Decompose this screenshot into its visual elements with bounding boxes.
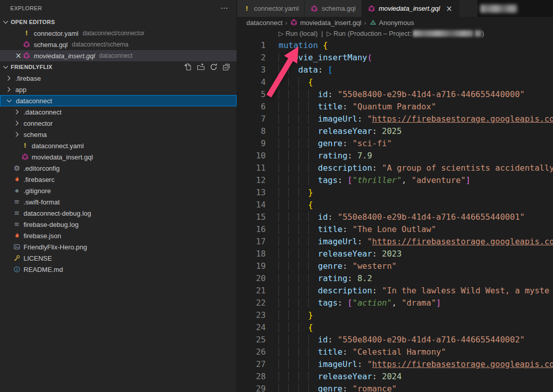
run-production-link[interactable]: ▷ Run (Production – Project:) <box>327 30 484 37</box>
breadcrumb-separator: › <box>364 19 366 27</box>
tree-item-label: .gitignore <box>24 187 51 195</box>
info-icon <box>13 265 21 273</box>
run-production-label: Run (Production – Project: <box>334 30 411 37</box>
open-editor-connector-yaml[interactable]: !connector.yamldataconnect/connector <box>0 28 237 39</box>
tree-item-dataconnect-debug-log[interactable]: ≡dataconnect-debug.log <box>0 207 237 219</box>
doc-icon: ≡ <box>13 198 21 206</box>
graphql-icon <box>310 5 318 13</box>
tree-item-label: firebase-debug.log <box>24 221 79 228</box>
tab-schema-gql[interactable]: schema.gql <box>305 0 361 17</box>
code-line-content: tags: ["action", "drama"] <box>266 297 441 309</box>
open-editor-schema-gql[interactable]: schema.gqldataconnect/schema <box>0 39 237 50</box>
tree-item-dataconnect-yaml[interactable]: !dataconnect.yaml <box>0 140 237 151</box>
tree-item-firebase-debug-log[interactable]: ≡firebase-debug.log <box>0 219 237 230</box>
code-line-content: imageUrl: "https://firebasestorage.googl… <box>266 236 553 248</box>
project-section-header[interactable]: FRIENDLYFLIX <box>0 61 237 73</box>
code-line: 10 rating: 7.9 <box>237 150 553 162</box>
tree-item-gitignore[interactable]: ◆.gitignore <box>0 185 237 196</box>
code-line: 15 id: "550e8400-e29b-41d4-a716-44665544… <box>237 211 553 223</box>
tree-item-firebase[interactable]: .firebase <box>0 73 237 84</box>
breadcrumb-item-dataconnect[interactable]: dataconnect <box>246 19 283 27</box>
line-number: 23 <box>237 309 266 321</box>
code-line: 26 title: "Celestial Harmony" <box>237 346 553 358</box>
ellipsis-icon[interactable]: ⋯ <box>220 4 228 12</box>
tree-item-editorconfig[interactable]: ⚙.editorconfig <box>0 163 237 174</box>
line-number: 7 <box>237 113 266 125</box>
symbol-anonymous-icon <box>369 18 377 27</box>
refresh-icon[interactable] <box>210 63 218 71</box>
tree-item-label: dataconnect.yaml <box>32 142 84 150</box>
code-line: 25 id: "550e8400-e29b-41d4-a716-44665544… <box>237 334 553 346</box>
codelens-bar: ▷ Run (local)|▷ Run (Production – Projec… <box>237 28 553 39</box>
tree-item-label: app <box>15 86 27 94</box>
tab-moviedata-insert-gql[interactable]: moviedata_insert.gql× <box>362 0 459 17</box>
code-line: 17 imageUrl: "https://firebasestorage.go… <box>237 236 553 248</box>
tree-item-firebase-json[interactable]: firebase.json <box>0 230 237 241</box>
tree-item-license[interactable]: LICENSE <box>0 252 237 264</box>
redacted-area <box>477 0 553 17</box>
open-editors-label: OPEN EDITORS <box>11 19 55 25</box>
tree-item-app[interactable]: app <box>0 84 237 95</box>
tree-item-friendlyflix-hero-png[interactable]: FriendlyFlix-Hero.png <box>0 241 237 252</box>
flame-icon <box>13 232 21 240</box>
code-line: 28 releaseYear: 2024 <box>237 371 553 383</box>
line-number: 2 <box>237 52 266 64</box>
codelens-separator: | <box>321 30 322 37</box>
tree-item-label: moviedata_insert.gql <box>32 153 93 161</box>
line-number: 24 <box>237 321 266 334</box>
line-number: 9 <box>237 137 266 150</box>
tree-item-moviedata-insert-gql[interactable]: moviedata_insert.gql <box>0 151 237 163</box>
code-line-content: } <box>266 187 313 199</box>
code-line-content: title: "The Lone Outlaw" <box>266 223 436 236</box>
explorer-title: EXPLORER <box>10 5 42 11</box>
code-line: 22 tags: ["action", "drama"] <box>237 297 553 309</box>
tree-item-firebaserc[interactable]: .firebaserc <box>0 174 237 185</box>
breadcrumb-item-label: moviedata_insert.gql <box>300 19 361 27</box>
tree-item-schema[interactable]: schema <box>0 129 237 140</box>
tree-item-dataconnect[interactable]: .dataconnect <box>0 106 237 118</box>
line-number: 15 <box>237 211 266 223</box>
code-line-content: id: "550e8400-e29b-41d4-a716-44665544000… <box>266 211 525 223</box>
close-icon[interactable]: × <box>445 5 453 13</box>
explorer-title-bar: EXPLORER ⋯ <box>0 0 237 16</box>
code-line-content: title: "Celestial Harmony" <box>266 346 446 358</box>
code-line: 9 genre: "sci-fi" <box>237 137 553 150</box>
warning-icon: ! <box>22 29 31 37</box>
open-editor-moviedata-insert-gql[interactable]: ×moviedata_insert.gqldataconnect <box>0 50 237 61</box>
line-number: 3 <box>237 64 266 76</box>
code-line-content: genre: "western" <box>266 260 397 272</box>
code-line: 13 } <box>237 187 553 199</box>
tree-item-swift-format[interactable]: ≡.swift-format <box>0 196 237 207</box>
collapse-all-icon[interactable] <box>222 63 231 71</box>
tree-item-label: .firebase <box>15 75 41 82</box>
open-editors-header[interactable]: OPEN EDITORS <box>0 16 237 28</box>
tree-item-label: FriendlyFlix-Hero.png <box>24 243 87 251</box>
tree-item-readme-md[interactable]: README.md <box>0 264 237 275</box>
breadcrumb-item-moviedata-insert-gql[interactable]: moviedata_insert.gql <box>290 18 361 27</box>
code-line-content: description: "A group of scientists acci… <box>266 162 553 174</box>
tree-item-dataconnect[interactable]: dataconnect <box>0 95 237 106</box>
tree-item-connector[interactable]: connector <box>0 118 237 129</box>
redacted-project-suffix <box>475 30 481 37</box>
code-line: 12 tags: ["thriller", "adventure"] <box>237 174 553 187</box>
play-icon: ▷ <box>279 30 284 37</box>
diamond-icon: ◆ <box>13 187 21 195</box>
new-file-icon[interactable] <box>184 63 192 71</box>
warning-icon: ! <box>243 5 251 13</box>
code-editor[interactable]: 1mutation {2 movie_insertMany(3 data: [4… <box>237 39 553 392</box>
line-number: 21 <box>237 285 266 297</box>
open-editor-description: dataconnect/connector <box>82 30 144 37</box>
line-number: 6 <box>237 101 266 113</box>
editor-group: !connector.yamlschema.gqlmoviedata_inser… <box>237 0 553 392</box>
chevron-right-icon <box>13 108 21 116</box>
chevron-down-icon <box>5 97 13 105</box>
breadcrumb-item-anonymous[interactable]: Anonymous <box>369 18 414 27</box>
breadcrumb-separator: › <box>285 19 287 27</box>
run-local-link[interactable]: ▷ Run (local) <box>279 30 317 37</box>
close-icon[interactable]: × <box>14 52 22 60</box>
tree-item-label: dataconnect <box>16 97 52 105</box>
code-line-content: } <box>266 309 313 321</box>
project-name-label: FRIENDLYFLIX <box>11 64 52 70</box>
new-folder-icon[interactable] <box>197 63 205 71</box>
tab-connector-yaml[interactable]: !connector.yaml <box>237 0 305 17</box>
